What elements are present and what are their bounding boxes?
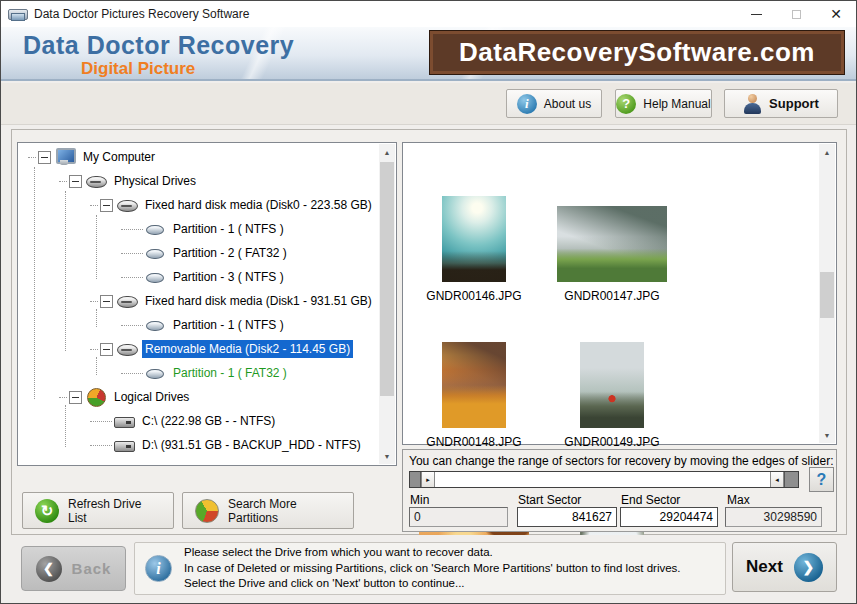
header-banner: Data Doctor Recovery Digital Picture Dat… [1,27,856,81]
search-more-partitions-button[interactable]: Search More Partitions [182,492,354,529]
thumbnail-item[interactable]: GNDR00149.JPG [543,303,681,449]
tree-item[interactable]: Partition - 1 ( FAT32 ) [18,361,379,385]
tree-scrollbar[interactable]: ▲ ▼ [379,144,395,464]
about-us-label: About us [544,97,591,111]
thumbnail-item[interactable]: GNDR00147.JPG [543,157,681,303]
tree-item[interactable]: C:\ (222.98 GB - - NTFS) [18,409,379,433]
footer-bar: ❮ Back i Please select the Drive from wh… [1,535,856,604]
tree-connector [59,397,67,398]
tree-item-label: Partition - 1 ( NTFS ) [170,316,287,334]
scrollbar-thumb[interactable] [380,162,394,396]
collapse-expander-icon[interactable] [100,199,113,212]
toolbar: i About us ? Help Manual Support [1,83,856,125]
product-subtitle: Digital Picture [81,59,195,79]
thumbnail-filename: GNDR00149.JPG [564,435,659,449]
window-title: Data Doctor Pictures Recovery Software [34,7,249,21]
hdd-icon [114,412,134,430]
tree-item[interactable]: Physical Drives [18,169,379,193]
instruction-line-3: Select the Drive and click on 'Next' but… [184,576,681,592]
thumbnail-image[interactable] [442,196,506,282]
computer-icon [55,148,75,166]
end-sector-input[interactable]: 29204474 [620,507,718,527]
minimize-button[interactable] [736,1,776,27]
scroll-up-icon[interactable]: ▲ [379,144,395,160]
collapse-expander-icon[interactable] [69,391,82,404]
tree-item-label: C:\ (222.98 GB - - NTFS) [139,412,278,430]
support-button[interactable]: Support [724,89,838,118]
partition-icon [145,244,165,262]
close-button[interactable]: ✕ [816,1,856,27]
drive-tree-panel: My Computer Physical Drives Fixed hard d… [17,142,397,466]
about-us-button[interactable]: i About us [506,89,602,118]
maximize-button[interactable] [776,1,816,27]
tree-item-label: Fixed hard disk media (Disk0 - 223.58 GB… [142,196,375,214]
collapse-expander-icon[interactable] [69,175,82,188]
next-arrow-icon: ❯ [794,553,823,582]
info-icon: i [145,555,172,582]
start-sector-input[interactable]: 841627 [517,507,617,527]
back-label: Back [72,560,112,577]
thumbnail-item[interactable]: GNDR00146.JPG [405,157,543,303]
start-sector-handle[interactable]: ▸ [421,472,435,487]
thumbnail-image[interactable] [580,342,644,428]
tree-item[interactable]: Partition - 3 ( NTFS ) [18,265,379,289]
partition-icon [145,316,165,334]
tree-connector [90,445,112,446]
tree-connector [90,421,112,422]
logo-banner: DataRecoverySoftware.com [430,31,844,74]
tree-connector [121,373,143,374]
next-button[interactable]: Next ❯ [732,542,837,592]
search-more-partitions-label: Search More Partitions [228,497,341,525]
tree-item[interactable]: Removable Media (Disk2 - 114.45 GB) [18,337,379,361]
tree-item[interactable]: Fixed hard disk media (Disk1 - 931.51 GB… [18,289,379,313]
pie-icon [86,388,106,406]
tree-item[interactable]: Partition - 1 ( NTFS ) [18,313,379,337]
tree-item-label: Removable Media (Disk2 - 114.45 GB) [142,340,353,358]
drives-icon [117,196,137,214]
tree-item-label: Physical Drives [111,172,199,190]
thumbnails-scrollbar[interactable]: ▲ ▼ [819,144,835,443]
tree-item-label: Partition - 1 ( FAT32 ) [170,364,290,382]
tree-item[interactable]: Partition - 2 ( FAT32 ) [18,241,379,265]
scroll-up-icon[interactable]: ▲ [819,144,835,160]
tree-item-label: My Computer [80,148,158,166]
question-circle-icon: ? [616,94,636,114]
tree-item-label: Partition - 1 ( NTFS ) [170,220,287,238]
sector-range-panel: You can change the range of sectors for … [402,449,837,532]
thumbnail-filename: GNDR00147.JPG [564,289,659,303]
thumbnail-item[interactable]: GNDR00148.JPG [405,303,543,449]
tree-item[interactable]: Partition - 1 ( NTFS ) [18,217,379,241]
collapse-expander-icon[interactable] [38,151,51,164]
thumbnail-image[interactable] [557,206,667,282]
scroll-down-icon[interactable]: ▼ [819,427,835,443]
brand-title: Data Doctor Recovery [23,31,294,60]
collapse-expander-icon[interactable] [100,295,113,308]
slider-instruction: You can change the range of sectors for … [409,454,833,468]
tree-item[interactable]: D:\ (931.51 GB - BACKUP_HDD - NTFS) [18,433,379,457]
tree-item[interactable]: Logical Drives [18,385,379,409]
thumbnail-filename: GNDR00146.JPG [426,289,521,303]
tree-item-label: Fixed hard disk media (Disk1 - 931.51 GB… [142,292,375,310]
back-button[interactable]: ❮ Back [21,546,126,591]
tree-item[interactable]: My Computer [18,145,379,169]
sector-range-slider[interactable]: ▸ ◂ [409,471,799,488]
scrollbar-thumb[interactable] [820,272,834,318]
scroll-down-icon[interactable]: ▼ [379,448,395,464]
max-label: Max [727,493,750,507]
refresh-drive-list-label: Refresh Drive List [68,497,161,525]
collapse-expander-icon[interactable] [100,343,113,356]
excluded-left-region [410,472,421,487]
end-sector-handle[interactable]: ◂ [770,472,784,487]
drives-icon [117,292,137,310]
support-label: Support [769,96,819,111]
back-arrow-icon: ❮ [36,556,62,582]
thumbnail-filename: GNDR00148.JPG [426,435,521,449]
next-label: Next [746,557,783,577]
drive-tree: My Computer Physical Drives Fixed hard d… [18,145,379,457]
thumbnail-image[interactable] [442,342,506,428]
slider-help-button[interactable]: ? [809,467,834,492]
tree-item[interactable]: Fixed hard disk media (Disk0 - 223.58 GB… [18,193,379,217]
help-manual-button[interactable]: ? Help Manual [615,89,712,118]
end-sector-label: End Sector [621,493,680,507]
refresh-drive-list-button[interactable]: ↻ Refresh Drive List [22,492,174,529]
